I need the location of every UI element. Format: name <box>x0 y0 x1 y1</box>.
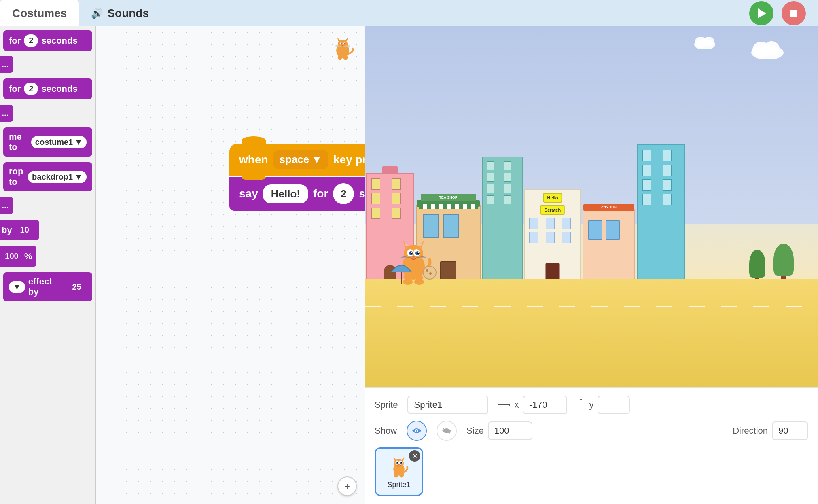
sprite-panel: Sprite x <box>365 387 818 504</box>
costume-dropdown-arrow: ▼ <box>74 138 83 147</box>
palette-block-for-seconds-1[interactable]: for 2 seconds <box>3 30 92 51</box>
svg-point-35 <box>411 252 413 253</box>
palette-block-partial-3[interactable]: ... <box>0 197 13 214</box>
effect-dropdown[interactable]: ▼ <box>9 281 25 293</box>
key-dropdown-value: space <box>280 153 309 166</box>
svg-point-48 <box>426 269 428 272</box>
direction-value-input[interactable] <box>772 421 808 440</box>
event-when-label: when <box>239 153 268 166</box>
size-value-input[interactable] <box>488 421 532 440</box>
palette-dropdown-effect[interactable]: ▼ <box>9 281 25 293</box>
palette-block-percent: % <box>24 251 32 262</box>
main-layout: for 2 seconds ... for 2 seconds ... me t… <box>0 26 818 504</box>
palette-costume-dropdown[interactable]: costume1 ▼ <box>31 136 87 148</box>
svg-point-15 <box>338 55 342 60</box>
svg-point-36 <box>418 252 419 253</box>
sprite-thumb-sprite1[interactable]: ✕ <box>375 447 423 496</box>
top-right-controls <box>749 1 818 25</box>
palette-block-backdrop-prefix: rop to <box>9 166 25 187</box>
svg-point-9 <box>344 43 346 45</box>
event-block[interactable]: when space ▼ key pressed <box>229 144 365 176</box>
sprite-thumb-name: Sprite1 <box>387 481 410 489</box>
palette-block-backdrop[interactable]: rop to backdrop1 ▼ <box>3 162 92 191</box>
show-visible-button[interactable] <box>407 421 427 441</box>
block-stack: when space ▼ key pressed say Hello! for … <box>229 144 365 211</box>
green-flag-button[interactable] <box>749 1 773 25</box>
zoom-controls: + <box>337 476 357 496</box>
cookie <box>422 265 438 282</box>
palette-block-100-percent[interactable]: 100 % <box>0 246 36 267</box>
action-block[interactable]: say Hello! for 2 seconds <box>229 177 365 211</box>
sprite-list: ✕ <box>375 447 808 496</box>
for-label: for <box>313 187 328 200</box>
svg-point-16 <box>343 55 348 60</box>
svg-point-70 <box>399 471 404 477</box>
palette-block-value-2[interactable]: 2 <box>24 83 38 95</box>
palette-block-by-prefix: by <box>2 225 12 235</box>
road-dash <box>365 306 818 307</box>
sprite-delete-button[interactable]: ✕ <box>409 450 420 462</box>
palette-block-100-value[interactable]: 100 <box>2 249 22 263</box>
palette-backdrop-dropdown[interactable]: backdrop1 ▼ <box>28 171 87 183</box>
umbrella <box>389 256 413 286</box>
palette-block-partial-1[interactable]: ... <box>0 56 13 73</box>
svg-rect-1 <box>790 10 797 17</box>
palette-block-partial-2[interactable]: ... <box>0 105 13 122</box>
seconds-value[interactable]: 2 <box>333 183 354 204</box>
direction-label: Direction <box>733 426 768 436</box>
svg-point-66 <box>397 462 398 463</box>
palette-block-value-1[interactable]: 2 <box>24 34 38 47</box>
palette-block-effect-25[interactable]: ▼ effect by 25 <box>3 272 92 301</box>
palette-block-costume[interactable]: me to costume1 ▼ <box>3 127 92 157</box>
x-axis-icon <box>498 401 510 409</box>
stop-button[interactable] <box>782 1 806 25</box>
show-hidden-button[interactable] <box>437 421 457 441</box>
palette-block-dots-2: ... <box>2 108 9 119</box>
key-pressed-label: key pressed <box>333 153 365 166</box>
svg-point-56 <box>416 430 417 432</box>
stage[interactable]: TEA SHOP <box>365 26 818 387</box>
sound-icon: 🔊 <box>91 8 103 19</box>
palette-effect-prefix: effect by <box>28 276 64 297</box>
palette-block-suffix-2: seconds <box>41 84 77 94</box>
zoom-in-button[interactable]: + <box>337 476 357 496</box>
code-area[interactable]: when space ▼ key pressed say Hello! for … <box>96 26 365 504</box>
y-axis-icon <box>577 399 585 411</box>
palette-block-costume-prefix: me to <box>9 131 28 152</box>
top-bar: Costumes 🔊 Sounds <box>0 0 818 26</box>
show-row: Show Size <box>375 421 808 441</box>
size-group: Size <box>466 421 532 440</box>
svg-line-41 <box>417 258 426 258</box>
say-label: say <box>239 187 258 200</box>
svg-point-10 <box>342 45 343 47</box>
tab-costumes[interactable]: Costumes <box>0 0 79 26</box>
svg-point-68 <box>398 464 399 465</box>
key-dropdown[interactable]: space ▼ <box>273 150 328 169</box>
y-value-input[interactable] <box>598 396 630 414</box>
show-label: Show <box>375 426 397 436</box>
svg-marker-60 <box>393 457 397 461</box>
key-dropdown-arrow: ▼ <box>312 153 322 166</box>
palette-block-by-10[interactable]: by 10 <box>0 220 39 240</box>
svg-point-49 <box>429 272 432 275</box>
sprite-info-row: Sprite x <box>375 396 808 414</box>
sprite-name-input[interactable] <box>407 396 488 414</box>
say-text-value[interactable]: Hello! <box>263 184 308 203</box>
backdrop-dropdown-arrow: ▼ <box>74 172 83 182</box>
cloud-1 <box>749 38 786 60</box>
tab-sounds[interactable]: 🔊 Sounds <box>79 0 161 26</box>
svg-point-69 <box>394 471 398 477</box>
svg-marker-0 <box>758 8 766 18</box>
palette-block-for-label: for <box>9 36 21 46</box>
palette-block-by-value[interactable]: 10 <box>15 223 35 237</box>
cloud-2 <box>693 34 717 50</box>
svg-marker-54 <box>580 399 582 400</box>
stage-scene: TEA SHOP <box>365 26 818 387</box>
x-value-input[interactable] <box>523 396 567 414</box>
svg-point-22 <box>703 37 714 47</box>
svg-point-19 <box>763 41 780 56</box>
palette-block-dots-3: ... <box>2 200 9 211</box>
palette-block-for-seconds-2[interactable]: for 2 seconds <box>3 78 92 99</box>
palette-effect-value[interactable]: 25 <box>67 280 87 294</box>
svg-point-67 <box>401 462 402 463</box>
